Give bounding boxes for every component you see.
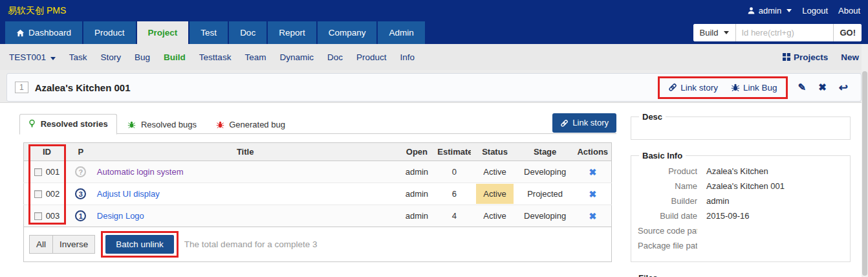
row-checkbox[interactable] [34,212,42,220]
link-story-button[interactable]: Link story [552,113,616,133]
nav-item-doc[interactable]: Doc [229,21,266,44]
link-icon [668,83,677,92]
projects-link[interactable]: Projects [783,52,828,62]
nav-item-test[interactable]: Test [190,21,228,44]
open-by: admin [398,161,435,183]
info-label: Builder [638,196,697,206]
build-id-badge: 1 [15,82,28,93]
header-actions: Actions [574,143,611,161]
info-row: Product Azalea's Kitchen [638,166,843,176]
user-name: admin [759,6,781,16]
home-icon [16,29,25,37]
story-title-link[interactable]: Design Logo [97,211,144,221]
subnav-item-story[interactable]: Story [101,52,122,62]
info-row: Builder admin [638,196,843,206]
estimate-value: 4 [435,205,473,227]
scrollbar-thumb[interactable] [862,71,867,276]
unlink-icon[interactable]: ✖ [589,189,596,199]
desc-fieldset: Desc [631,112,851,140]
sidebar: Desc Basic Info Product Azalea's Kitchen… [631,103,851,277]
header-estimate[interactable]: Estimate [435,143,473,161]
priority-badge: 1 [75,210,86,221]
status-badge: Active [476,162,513,182]
story-title-link[interactable]: Automatic login system [97,167,184,177]
subnav-item-info[interactable]: Info [400,52,415,62]
logout-link[interactable]: Logout [802,6,828,16]
subnav-item-task[interactable]: Task [69,52,87,62]
info-label: Package file path [638,241,697,250]
unlink-icon[interactable]: ✖ [589,167,596,177]
delete-icon[interactable]: ✖ [818,82,827,93]
nav-item-dashboard[interactable]: Dashboard [5,21,82,44]
table-row: 002 3 Adjust UI display admin 6 Active P… [24,183,612,205]
tab-resolved-bugs[interactable]: Resolved bugs [119,115,205,134]
header-id[interactable]: ID [24,143,70,161]
info-label: Build date [638,211,697,221]
select-all-button[interactable]: All [29,235,53,254]
status-badge: Active [476,206,513,226]
subnav-item-product[interactable]: Product [356,52,387,62]
info-label: Product [638,166,697,176]
estimate-value: 0 [435,161,473,183]
back-icon[interactable]: ↩ [839,81,848,94]
new-link[interactable]: New [841,52,859,62]
info-row: Package file path [638,241,843,250]
tab-resolved-stories[interactable]: Resolved stories [19,114,117,135]
about-link[interactable]: About [838,6,860,16]
bulb-icon [28,119,36,128]
annotation-box-links: Link story Link Bug [658,76,787,99]
nav-item-report[interactable]: Report [268,21,316,44]
header-title[interactable]: Title [92,143,399,161]
subnav-item-bug[interactable]: Bug [135,52,150,62]
subnav-item-doc[interactable]: Doc [327,52,343,62]
info-row: Name Azalea's Kitchen 001 [638,181,843,191]
caret-down-icon [724,31,729,34]
subnav-item-testtask[interactable]: Testtask [199,52,232,62]
bug-green-icon [127,120,136,129]
tab-generated-bug[interactable]: Generated bug [208,115,294,134]
nav-item-admin[interactable]: Admin [378,21,424,44]
nav-item-project[interactable]: Project [137,21,189,44]
page-title: Azalea's Kitchen 001 [35,82,131,93]
project-switcher[interactable]: TEST001 [9,52,56,62]
total-summary: The total demand for a complete 3 [184,239,318,249]
header-p[interactable]: P [70,143,92,161]
grid-icon [783,53,790,61]
link-bug-action[interactable]: Link Bug [731,83,777,93]
search-go-button[interactable]: GO! [833,24,862,41]
header-open[interactable]: Open [398,143,435,161]
link-story-action[interactable]: Link story [668,83,718,93]
annotation-box-batch-unlink: Batch unlink [101,231,179,258]
search-input[interactable] [736,24,833,41]
table-footer: All Inverse Batch unlink The total deman… [23,227,612,262]
user-menu[interactable]: admin [747,6,792,16]
caret-down-icon [787,9,792,12]
subnav-item-dynamic[interactable]: Dynamic [279,52,314,62]
stories-table-wrap: ID P Title Open Estimate Status Stage Ac… [23,142,612,227]
info-value: admin [706,196,729,206]
info-value: Azalea's Kitchen [706,166,768,176]
nav-item-company[interactable]: Company [318,21,377,44]
sub-nav: TEST001 Task Story Bug Build Testtask Te… [0,44,868,70]
link-icon [560,119,569,127]
scrollbar-track [862,44,868,277]
header-status[interactable]: Status [473,143,515,161]
main-nav: Dashboard Product Project Test Doc Repor… [0,21,868,44]
nav-item-product[interactable]: Product [83,21,136,44]
subnav-item-team[interactable]: Team [244,52,266,62]
priority-badge: ? [75,166,86,177]
header-stage[interactable]: Stage [516,143,574,161]
select-inverse-button[interactable]: Inverse [52,235,95,254]
info-row: Build date 2015-09-16 [638,211,843,221]
story-title-link[interactable]: Adjust UI display [97,189,160,199]
row-checkbox[interactable] [34,168,42,176]
edit-icon[interactable]: ✎ [798,82,807,93]
search-scope-dropdown[interactable]: Build [693,24,737,41]
subnav-item-build[interactable]: Build [164,52,186,62]
linked-items-panel: Resolved stories Resolved bugs Generated… [0,103,616,277]
story-id: 001 [46,167,60,177]
unlink-icon[interactable]: ✖ [589,211,596,221]
batch-unlink-button[interactable]: Batch unlink [105,235,174,254]
row-checkbox[interactable] [34,190,42,198]
bug-red-icon [216,120,224,129]
